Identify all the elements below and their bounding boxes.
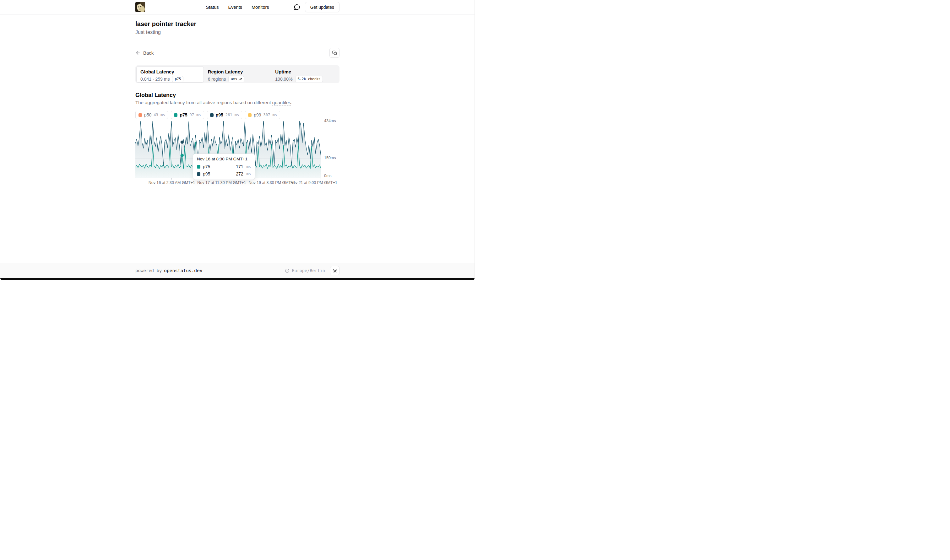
y-axis-labels: 434ms 150ms 0ms [324,121,343,180]
main-content: laser pointer tracker Just testing Back [0,14,474,263]
tab-title: Uptime [275,69,334,75]
clock-icon [285,268,289,273]
copy-link-button[interactable] [329,48,339,58]
theme-toggle-button[interactable] [330,266,339,275]
tooltip-row-p95: p95 272ms [197,171,251,176]
p95-swatch [210,113,214,117]
window-bottom-edge [0,278,474,280]
region-badge: ams [228,76,244,82]
tab-title: Region Latency [208,69,267,75]
nav-link-events[interactable]: Events [228,5,242,10]
p75-swatch [197,165,200,169]
x-axis-labels: Nov 16 at 2:30 AM GMT+1Nov 17 at 11:30 P… [135,180,321,186]
cat-logo-image [135,2,145,12]
page-title: laser pointer tracker [135,20,339,28]
legend-chip-p75[interactable]: p75 97 ms [171,111,204,119]
chart-legend: p50 43 ms p75 97 ms p95 261 ms p99 307 m… [135,111,339,119]
tab-region-latency[interactable]: Region Latency 6 regions ams [204,66,271,83]
trending-up-icon [239,77,242,81]
p75-swatch [174,113,177,117]
y-tick-label: 150ms [324,156,336,160]
openstatus-link[interactable]: openstatus.dev [164,268,202,273]
app-window: Status Events Monitors Get updates la [0,0,475,280]
legend-chip-p99[interactable]: p99 307 ms [245,111,280,119]
tab-value: 6 regions [208,77,226,82]
tooltip-row-p75: p75 171ms [197,164,251,169]
latency-chart[interactable]: 434ms 150ms 0ms Nov 16 at 2:30 AM GMT+1N… [135,121,321,186]
site-logo-avatar[interactable] [135,2,145,12]
feedback-chat-button[interactable] [294,4,300,11]
metric-tabs: Global Latency 0.041 - 259 ms p75 Region… [135,65,339,83]
tab-title: Global Latency [140,69,200,75]
y-tick-label: 434ms [324,118,336,123]
x-tick-label: Nov 19 at 8:30 PM GMT+1 [248,180,295,185]
get-updates-button[interactable]: Get updates [305,2,339,12]
p95-swatch [197,172,200,176]
chart-tooltip: Nov 16 at 8:30 PM GMT+1 p75 171ms p95 27… [193,154,255,180]
checks-badge: 6.2k checks [295,76,323,82]
arrow-left-icon [135,50,141,55]
legend-chip-p95[interactable]: p95 261 ms [207,111,242,119]
footer: powered by openstatus.dev Europe/Berlin [0,263,474,278]
x-tick-label: Nov 21 at 9:00 PM GMT+1 [291,180,337,185]
copy-icon [332,51,337,55]
legend-chip-p50[interactable]: p50 43 ms [135,111,168,119]
section-description: The aggregated latency from all active r… [135,100,339,106]
page-subtitle: Just testing [135,29,339,36]
x-tick-label: Nov 17 at 11:30 PM GMT+1 [197,180,246,185]
back-link[interactable]: Back [135,50,154,55]
chat-bubble-icon [294,4,300,11]
sun-icon [333,268,337,273]
p50-swatch [139,113,142,117]
powered-by-text: powered by [135,268,162,273]
y-tick-label: 0ms [324,174,332,178]
back-label: Back [143,50,154,55]
tab-global-latency[interactable]: Global Latency 0.041 - 259 ms p75 [136,66,204,83]
nav-link-status[interactable]: Status [206,5,219,10]
p99-swatch [248,113,251,117]
tab-uptime[interactable]: Uptime 100.00% 6.2k checks [271,66,339,83]
tab-value: 0.041 - 259 ms [140,77,169,82]
quantiles-link[interactable]: quantiles [272,100,291,105]
top-nav: Status Events Monitors Get updates [0,0,474,14]
x-tick-label: Nov 16 at 2:30 AM GMT+1 [149,180,195,185]
tab-value: 100.00% [275,77,293,82]
section-title: Global Latency [135,91,339,99]
timezone-indicator: Europe/Berlin [285,268,325,273]
nav-links: Status Events Monitors [206,5,269,10]
nav-link-monitors[interactable]: Monitors [251,5,269,10]
quantile-badge: p75 [172,76,183,82]
tooltip-title: Nov 16 at 8:30 PM GMT+1 [197,157,251,162]
